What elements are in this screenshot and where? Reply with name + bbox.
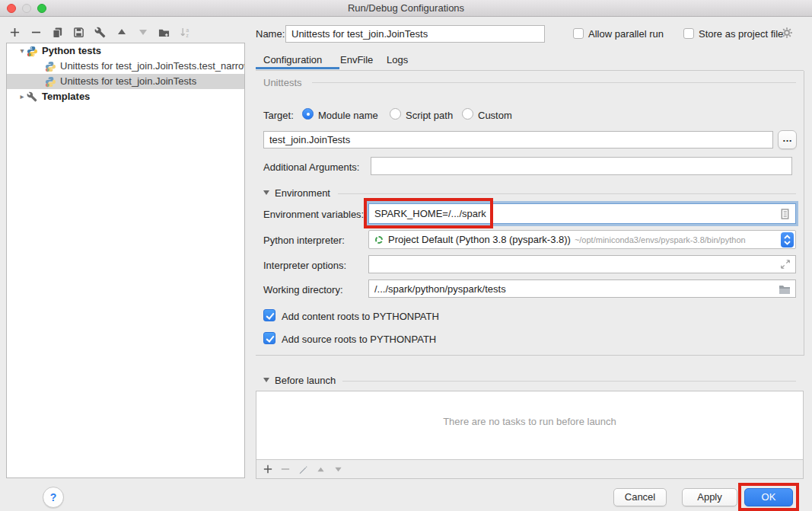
tree-item-python-tests[interactable]: ▾ Python tests: [7, 43, 244, 59]
target-input[interactable]: [264, 132, 772, 148]
target-field-wrap: [263, 131, 773, 149]
tab-configuration[interactable]: Configuration: [263, 54, 322, 65]
expanded-triangle-icon[interactable]: ▾: [18, 43, 27, 59]
python-tests-icon: [27, 46, 39, 57]
unittests-group-title: Unittests: [263, 77, 302, 88]
sort-alphabetically-icon[interactable]: az: [180, 27, 191, 38]
store-as-project-file-label: Store as project file: [699, 28, 783, 40]
python-interpreter-combo[interactable]: Project Default (Python 3.8 (pyspark-3.8…: [368, 230, 796, 249]
tab-separator: [256, 70, 804, 71]
add-source-roots-checkbox[interactable]: [263, 332, 275, 344]
radio-module-name-label: Module name: [318, 110, 378, 121]
name-field-wrap: [285, 25, 545, 43]
tree-item-jointests-selected[interactable]: Unittests for test_join.JoinTests: [7, 74, 244, 89]
radio-custom[interactable]: [462, 108, 473, 120]
tree-item-label: Templates: [42, 89, 90, 104]
environment-section-title: Environment: [275, 187, 330, 199]
python-interpreter-label: Python interpreter:: [263, 235, 345, 246]
add-content-roots-checkbox[interactable]: [263, 309, 275, 321]
tab-envfile[interactable]: EnvFile: [340, 54, 373, 65]
configurations-toolbar: az: [9, 24, 191, 40]
python-test-icon: [45, 76, 57, 88]
help-button[interactable]: ?: [43, 487, 64, 508]
add-icon[interactable]: [9, 27, 21, 38]
allow-parallel-run-checkbox[interactable]: [573, 28, 584, 39]
templates-wrench-icon: [27, 91, 39, 103]
svg-text:z: z: [186, 32, 188, 37]
allow-parallel-run-label: Allow parallel run: [588, 28, 664, 40]
ok-button[interactable]: OK: [744, 488, 793, 506]
additional-arguments-input[interactable]: [371, 158, 791, 174]
before-launch-title: Before launch: [275, 375, 336, 386]
python-interpreter-path: ~/opt/miniconda3/envs/pyspark-3.8/bin/py…: [575, 235, 746, 244]
browse-button[interactable]: …: [778, 130, 797, 149]
working-directory-field-wrap: [368, 279, 796, 298]
working-directory-label: Working directory:: [263, 284, 343, 295]
combo-stepper-icon[interactable]: [781, 232, 794, 248]
radio-script-path[interactable]: [390, 108, 401, 120]
move-task-down-icon[interactable]: [333, 464, 343, 474]
python-test-icon: [45, 61, 57, 72]
environment-variables-field-wrap: [368, 203, 796, 224]
apply-button[interactable]: Apply: [682, 488, 737, 506]
interpreter-options-field-wrap: [368, 255, 796, 273]
configurations-tree: ▾ Python tests Unittests for test_join.J…: [6, 43, 245, 478]
radio-script-path-label: Script path: [406, 110, 453, 121]
conda-environment-icon: [375, 236, 383, 244]
collapsed-triangle-icon[interactable]: ▸: [18, 89, 27, 104]
svg-text:a: a: [186, 27, 189, 32]
interpreter-options-input[interactable]: [369, 256, 795, 273]
additional-arguments-label: Additional Arguments:: [263, 161, 359, 173]
move-down-icon[interactable]: [137, 27, 148, 38]
tree-item-label: Unittests for test_join.JoinTests: [60, 74, 196, 89]
store-as-project-file-checkbox[interactable]: [683, 28, 694, 39]
before-launch-collapse-triangle-icon[interactable]: [263, 378, 269, 382]
edit-templates-wrench-icon[interactable]: [94, 27, 106, 38]
before-launch-empty-text: There are no tasks to run before launch: [256, 416, 803, 427]
save-icon[interactable]: [73, 27, 84, 38]
tree-item-label: Unittests for test_join.JoinTests.test_n…: [60, 59, 244, 74]
config-area-right-border: [804, 71, 804, 355]
new-folder-icon[interactable]: [158, 27, 170, 38]
config-area-bottom-border: [256, 355, 804, 356]
python-interpreter-value: Project Default (Python 3.8 (pyspark-3.8…: [388, 234, 571, 245]
edit-task-pencil-icon[interactable]: [298, 464, 308, 474]
environment-variables-input[interactable]: [369, 204, 795, 223]
run-debug-configurations-dialog: Run/Debug Configurations az: [0, 0, 812, 511]
name-input[interactable]: [286, 26, 544, 42]
working-directory-input[interactable]: [369, 280, 795, 297]
folder-icon[interactable]: [779, 284, 791, 298]
tree-item-templates[interactable]: ▸ Templates: [7, 89, 244, 104]
window-title: Run/Debug Configurations: [0, 0, 812, 17]
environment-collapse-triangle-icon[interactable]: [263, 190, 269, 195]
environment-section-line: [338, 193, 796, 194]
interpreter-options-label: Interpreter options:: [263, 260, 346, 271]
add-content-roots-label: Add content roots to PYTHONPATH: [282, 311, 439, 322]
tab-logs[interactable]: Logs: [387, 54, 408, 65]
move-task-up-icon[interactable]: [315, 464, 326, 474]
add-source-roots-label: Add source roots to PYTHONPATH: [282, 334, 436, 345]
additional-arguments-field-wrap: [371, 157, 792, 175]
before-launch-toolbar: [256, 459, 803, 478]
unittests-group-line: [312, 82, 796, 83]
remove-icon[interactable]: [30, 27, 42, 38]
title-bar: Run/Debug Configurations: [0, 0, 812, 17]
before-launch-line: [342, 381, 796, 382]
add-task-icon[interactable]: [263, 464, 273, 474]
remove-task-icon[interactable]: [280, 464, 291, 474]
copy-icon[interactable]: [52, 27, 63, 38]
move-up-icon[interactable]: [116, 27, 127, 38]
cancel-button[interactable]: Cancel: [613, 488, 667, 506]
radio-custom-label: Custom: [478, 110, 512, 121]
selected-tab-underline: [256, 67, 339, 69]
browse-variables-icon[interactable]: [779, 208, 791, 223]
environment-variables-label: Environment variables:: [263, 209, 364, 220]
before-launch-panel: There are no tasks to run before launch: [256, 391, 804, 479]
target-label: Target:: [263, 110, 294, 121]
tree-item-test-narrow[interactable]: Unittests for test_join.JoinTests.test_n…: [7, 59, 244, 74]
expand-field-icon[interactable]: [780, 259, 791, 273]
name-label: Name:: [256, 28, 285, 40]
radio-module-name[interactable]: [302, 108, 314, 120]
gear-icon[interactable]: [781, 27, 793, 42]
tree-item-label: Python tests: [42, 43, 101, 59]
